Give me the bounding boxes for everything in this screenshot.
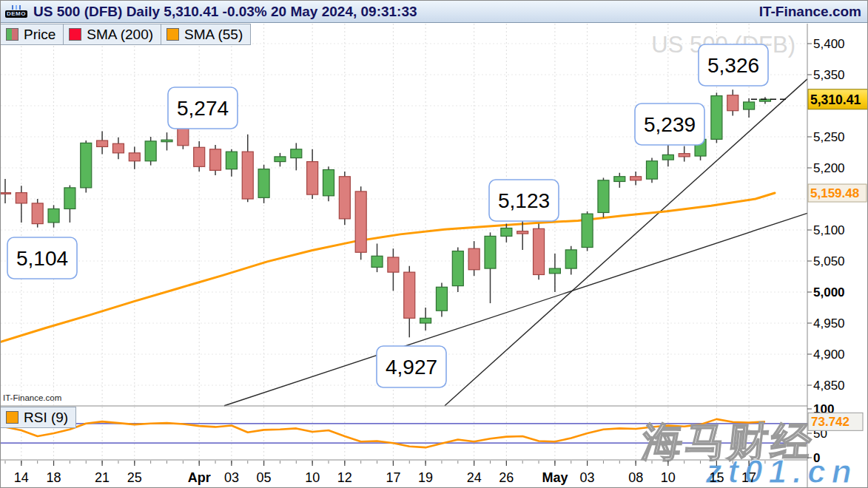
candle-body (48, 209, 59, 222)
candle-body (307, 162, 318, 195)
time-axis-label: 10 (305, 470, 320, 485)
candle-body (371, 256, 383, 267)
price-axis-label: 5,400 (813, 37, 845, 51)
candle-body (112, 143, 124, 153)
time-axis-label: 14 (14, 470, 29, 485)
candle-body (662, 155, 673, 160)
trendline-steep-uptrend[interactable] (445, 79, 807, 406)
time-axis-label: 03 (224, 470, 239, 485)
candle-body (258, 169, 269, 198)
price-swatch-icon (6, 28, 18, 41)
sma55-axis-tag-value: 5,159.48 (810, 186, 859, 200)
candle-body (97, 140, 108, 146)
legend-price-label: Price (24, 27, 55, 43)
trendline-shallow-uptrend[interactable] (224, 213, 807, 405)
candle-body (81, 143, 92, 187)
app-window: US 500 (DFB)海马财经zt01.cn5,4005,3505,2505,… (0, 0, 868, 488)
candle-body (630, 177, 642, 180)
candle-body (275, 157, 286, 162)
source-label: IT-Finance.com (3, 393, 61, 402)
demo-badge-label: DEMO (5, 10, 27, 18)
chart-area[interactable]: US 500 (DFB)海马财经zt01.cn5,4005,3505,2505,… (1, 1, 868, 488)
time-axis-label: 15 (709, 470, 724, 485)
candle-body (420, 318, 431, 323)
mini-candles-icon (11, 5, 22, 10)
time-axis-label: 19 (418, 470, 433, 485)
candle-body (355, 192, 366, 252)
watermark-site: zt01.cn (704, 453, 857, 488)
candle-body (501, 228, 512, 236)
legend-rsi[interactable]: RSI (9) (0, 407, 76, 428)
sma200-swatch-icon (69, 28, 81, 41)
title-bar: DEMO US 500 (DFB) Daily 5,310.41 -0.03% … (1, 1, 867, 23)
demo-badge: DEMO (5, 5, 27, 18)
rsi-swatch-icon (6, 411, 18, 424)
chart-svg[interactable]: US 500 (DFB)海马财经zt01.cn5,4005,3505,2505,… (1, 1, 868, 488)
candle-body (388, 257, 399, 272)
main-legend: Price SMA (200) SMA (55) (1, 24, 251, 45)
candle-body (517, 231, 528, 234)
annotation-text: 5,123 (498, 189, 550, 212)
legend-price[interactable]: Price (0, 24, 64, 45)
candle-body (64, 188, 75, 209)
candle-body (565, 250, 576, 268)
candle-body (129, 153, 140, 161)
candle-body (194, 147, 205, 166)
candle-body (404, 272, 415, 318)
time-axis-label: 25 (127, 470, 142, 485)
time-axis-label: 21 (95, 470, 110, 485)
annotation-text: 5,326 (707, 54, 759, 77)
annotation-text: 5,274 (177, 97, 229, 120)
legend-rsi-label: RSI (9) (24, 410, 68, 426)
candle-body (534, 228, 545, 274)
time-axis-label: 10 (661, 470, 676, 485)
annotation-text: 4,927 (386, 356, 437, 379)
candle-body (549, 268, 560, 274)
time-axis-label: 03 (580, 470, 595, 485)
time-axis-label: 05 (257, 470, 272, 485)
chart-title: US 500 (DFB) Daily 5,310.41 -0.03% 20 Ma… (33, 4, 753, 20)
time-axis-label: 18 (47, 470, 61, 485)
time-axis-label: 08 (628, 470, 643, 485)
candle-body (614, 177, 625, 182)
candle-body (436, 287, 447, 311)
legend-sma55-label: SMA (55) (184, 27, 243, 43)
candle-body (210, 149, 221, 171)
price-axis-label: 5,250 (813, 130, 845, 144)
candle-body (291, 149, 302, 158)
candle-body (161, 140, 172, 142)
candle-body (727, 95, 739, 111)
candle-body (679, 154, 690, 157)
annotation-text: 5,239 (644, 113, 696, 136)
price-axis-label: 5,350 (813, 68, 845, 82)
brand-link[interactable]: IT-Finance.com (759, 4, 861, 20)
candle-body (145, 141, 156, 161)
time-axis-label: 17 (386, 470, 400, 485)
candle-body (647, 161, 658, 179)
price-axis-label: 4,850 (813, 379, 845, 393)
candle-body (468, 248, 480, 270)
candle-body (582, 214, 593, 247)
price-axis-label: 4,900 (813, 348, 845, 362)
legend-sma200[interactable]: SMA (200) (63, 24, 161, 45)
candle-body (339, 177, 350, 219)
candle-body (1, 193, 11, 194)
sma55-swatch-icon (166, 28, 179, 41)
candle-body (485, 236, 496, 268)
price-axis-label: 5,100 (813, 223, 845, 237)
candle-body (323, 170, 334, 196)
candle-body (452, 251, 463, 286)
price-axis-label: 5,200 (813, 161, 845, 175)
price-axis-label: 5,050 (813, 254, 845, 268)
current-price-tag-value: 5,310.41 (810, 92, 861, 107)
legend-sma55[interactable]: SMA (55) (161, 24, 251, 45)
time-axis-label: 26 (499, 470, 514, 485)
candle-body (226, 152, 237, 169)
candle-body (16, 193, 27, 203)
candle-body (32, 203, 43, 224)
time-axis-label: Apr (188, 470, 211, 485)
time-axis-label: 24 (467, 470, 482, 485)
time-axis-label: 17 (741, 470, 756, 485)
rsi-value-tag-text: 73.742 (811, 415, 850, 429)
price-axis-label: 5,000 (813, 285, 845, 299)
